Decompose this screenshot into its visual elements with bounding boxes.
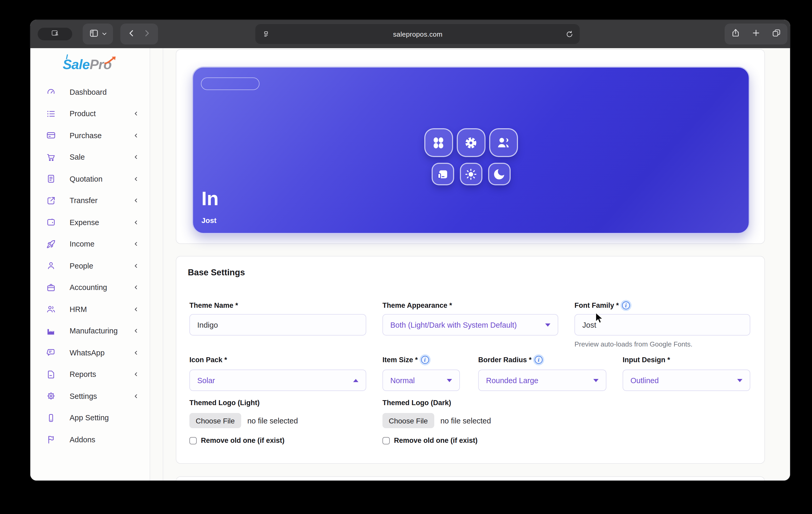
choose-file-button[interactable]: Choose File	[190, 413, 241, 428]
info-icon[interactable]: i	[622, 302, 630, 309]
app-logo[interactable]: SalePro	[30, 57, 150, 73]
sun-icon	[464, 167, 478, 181]
sidebar-item-product[interactable]: Product	[30, 103, 150, 124]
border-radius-label: Border Radius *i	[478, 356, 543, 364]
sidebar-item-accounting[interactable]: Accounting	[30, 277, 150, 298]
sidebar-item-dashboard[interactable]: Dashboard	[30, 81, 150, 103]
users-preview-button[interactable]	[489, 128, 518, 157]
chevron-left-icon	[133, 111, 139, 117]
layout-preview-button[interactable]	[431, 163, 454, 185]
sidebar-item-purchase[interactable]: Purchase	[30, 124, 150, 146]
gear-icon	[46, 391, 56, 401]
reload-icon[interactable]	[566, 30, 573, 38]
share-icon	[46, 196, 56, 206]
info-icon[interactable]: i	[535, 356, 543, 364]
sidebar-item-transfer[interactable]: Transfer	[30, 190, 150, 211]
item-size-select[interactable]: Normal	[382, 370, 460, 391]
sidebar-item-settings[interactable]: Settings	[30, 385, 150, 407]
chevron-left-icon	[133, 350, 139, 356]
choose-file-button[interactable]: Choose File	[382, 413, 434, 428]
font-family-label: Font Family *i	[575, 302, 630, 309]
sidebar: SalePro DashboardProductPurchaseSaleQuot…	[30, 48, 150, 481]
gear-preview-button[interactable]	[457, 128, 485, 157]
sidebar-item-label: Transfer	[69, 197, 133, 205]
briefcase-icon	[46, 283, 56, 293]
chevron-left-icon	[133, 263, 139, 269]
sidebar-item-people[interactable]: People	[30, 255, 150, 277]
logo-light-remove-row: Remove old one (if exist)	[190, 436, 285, 445]
wallet-icon	[46, 218, 56, 227]
sidebar-item-addons[interactable]: Addons	[30, 429, 150, 450]
apps-icon	[431, 135, 446, 150]
users-icon	[46, 304, 56, 314]
sidebar-item-manufacturing[interactable]: Manufacturing	[30, 320, 150, 342]
theme-appearance-label: Theme Appearance *	[382, 302, 452, 309]
theme-preview-panel: In Jost	[176, 49, 765, 244]
smartphone-icon	[46, 413, 56, 423]
profile-window-icon	[51, 29, 59, 39]
info-icon[interactable]: i	[421, 356, 429, 364]
caret-down-icon	[447, 379, 452, 382]
main-area: In Jost Base Settings Theme Name * Indig…	[163, 48, 790, 481]
file-status: no file selected	[247, 417, 298, 425]
item-size-label: Item Size *i	[382, 356, 429, 364]
sidebar-item-expense[interactable]: Expense	[30, 211, 150, 233]
mouse-cursor	[594, 312, 605, 325]
page-reader-icon[interactable]	[262, 30, 270, 38]
chevron-left-icon	[133, 133, 139, 139]
sidebar-item-label: Purchase	[69, 132, 133, 140]
screen: salepropos.com	[0, 0, 812, 514]
caret-down-icon	[545, 323, 550, 326]
file-text-icon	[46, 174, 56, 184]
caret-down-icon	[737, 379, 743, 382]
factory-icon	[46, 326, 56, 336]
caret-up-icon	[353, 379, 358, 382]
sidebar-item-sale[interactable]: Sale	[30, 146, 150, 168]
base-settings-card: Base Settings Theme Name * Indigo Theme …	[176, 256, 765, 464]
logo-light-file-row: Choose File no file selected	[190, 413, 298, 428]
border-radius-select[interactable]: Rounded Large	[478, 370, 606, 391]
chevron-left-icon	[133, 284, 139, 291]
sidebar-item-hrm[interactable]: HRM	[30, 298, 150, 320]
sidebar-item-label: Quotation	[69, 175, 133, 183]
chevron-left-icon	[133, 219, 139, 226]
remove-old-checkbox[interactable]	[382, 437, 390, 444]
icon-pack-select[interactable]: Solar	[190, 370, 366, 391]
sun-preview-button[interactable]	[460, 163, 482, 185]
share-button[interactable]	[731, 28, 740, 40]
chevron-left-icon	[133, 198, 139, 204]
sidebar-item-app-setting[interactable]: App Setting	[30, 407, 150, 429]
theme-name-input[interactable]: Indigo	[190, 314, 366, 336]
sidebar-item-label: People	[69, 262, 133, 270]
remove-old-label: Remove old one (if exist)	[394, 436, 478, 445]
sidebar-item-quotation[interactable]: Quotation	[30, 168, 150, 190]
input-design-select[interactable]: Outlined	[622, 370, 750, 391]
chevron-left-icon	[133, 393, 139, 399]
sidebar-item-reports[interactable]: Reports	[30, 364, 150, 385]
font-family-helper: Preview auto-loads from Google Fonts.	[575, 340, 692, 348]
nav-button-group	[120, 24, 158, 45]
next-section-card	[176, 476, 765, 481]
logo-light-label: Themed Logo (Light)	[190, 399, 260, 407]
theme-initial: In	[201, 188, 219, 210]
theme-appearance-select[interactable]: Both (Light/Dark with System Default)	[382, 314, 558, 336]
theme-preview-pill-button[interactable]	[201, 78, 260, 90]
moon-preview-button[interactable]	[488, 163, 511, 185]
file-status: no file selected	[440, 417, 491, 425]
sidebar-item-label: WhatsApp	[69, 349, 133, 357]
sidebar-item-label: Sale	[69, 153, 133, 162]
caret-down-icon	[593, 379, 599, 382]
new-tab-button[interactable]	[751, 28, 761, 40]
chevron-left-icon	[133, 306, 139, 313]
address-bar[interactable]: salepropos.com	[255, 24, 580, 44]
profile-button[interactable]	[38, 28, 72, 40]
sidebar-item-whatsapp[interactable]: WhatsApp	[30, 342, 150, 364]
forward-button[interactable]	[143, 29, 151, 39]
back-button[interactable]	[128, 29, 136, 39]
section-title: Base Settings	[188, 267, 245, 278]
apps-preview-button[interactable]	[424, 128, 453, 157]
remove-old-checkbox[interactable]	[190, 437, 197, 444]
sidebar-toggle-button[interactable]	[83, 24, 113, 45]
tabs-overview-button[interactable]	[772, 28, 781, 40]
sidebar-item-income[interactable]: Income	[30, 233, 150, 255]
